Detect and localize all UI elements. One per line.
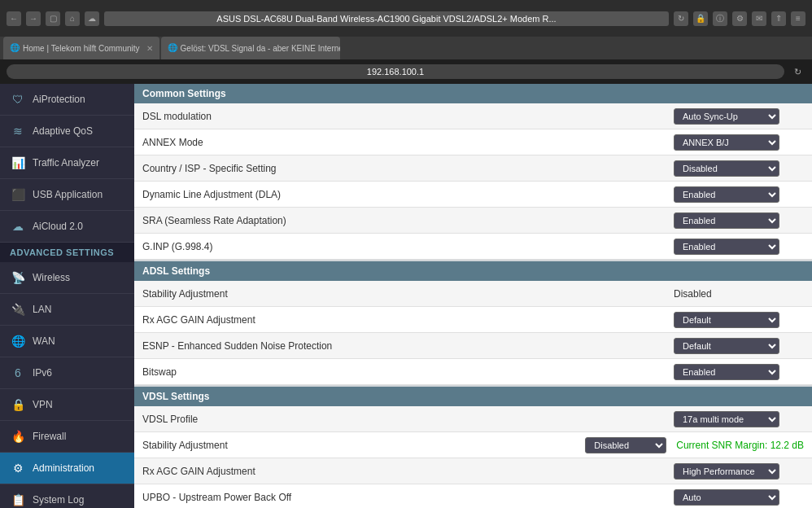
- row-vdsl-stability: Stability Adjustment Disabled Current SN…: [134, 432, 812, 458]
- sidebar-item-traffic-analyzer[interactable]: 📊 Traffic Analyzer: [0, 147, 134, 179]
- sidebar-label-wireless: Wireless: [33, 272, 70, 283]
- sidebar-item-administration[interactable]: ⚙ Administration: [0, 453, 134, 484]
- sidebar-label-adaptive-qos: Adaptive QoS: [33, 125, 93, 137]
- sidebar-item-lan[interactable]: 🔌 LAN: [0, 294, 134, 326]
- tab-bar: 🌐 Home | Telekom hilft Community ✕ 🌐 Gel…: [0, 37, 812, 59]
- advanced-settings-header: Advanced Settings: [0, 243, 134, 262]
- row-adsl-stability: Stability Adjustment Disabled: [134, 281, 812, 307]
- label-vdsl-stability: Stability Adjustment: [142, 440, 585, 451]
- sidebar-item-wireless[interactable]: 📡 Wireless: [0, 262, 134, 294]
- sidebar-item-firewall[interactable]: 🔥 Firewall: [0, 421, 134, 453]
- sidebar-item-system-log[interactable]: 📋 System Log: [0, 484, 134, 508]
- ipv6-icon: 6: [10, 365, 26, 381]
- select-vdsl-profile[interactable]: 17a multi mode: [674, 411, 779, 427]
- url-input[interactable]: [7, 64, 784, 79]
- browser-chrome: ← → ▢ ⌂ ☁ ASUS DSL-AC68U Dual-Band Wirel…: [0, 0, 812, 37]
- sidebar-item-aiprotection[interactable]: 🛡 AiProtection: [0, 84, 134, 116]
- reload-url-button[interactable]: ↻: [789, 64, 805, 80]
- sidebar-label-usb-application: USB Application: [33, 189, 103, 200]
- value-adsl-esnp: Default: [674, 338, 804, 354]
- tab-1[interactable]: 🌐 Home | Telekom hilft Community ✕: [3, 37, 159, 59]
- adsl-settings-section: ADSL Settings Stability Adjustment Disab…: [134, 261, 812, 385]
- url-bar: ↻: [0, 59, 812, 84]
- adsl-settings-header: ADSL Settings: [134, 261, 812, 281]
- label-sra: SRA (Seamless Rate Adaptation): [142, 215, 674, 226]
- forward-button[interactable]: →: [26, 11, 41, 26]
- value-adsl-bitswap: Enabled: [674, 364, 804, 380]
- row-adsl-rx-agc: Rx AGC GAIN Adjustment Default: [134, 307, 812, 333]
- info-button[interactable]: ⓘ: [713, 11, 727, 26]
- label-adsl-stability: Stability Adjustment: [142, 288, 674, 300]
- label-annex-mode: ANNEX Mode: [142, 137, 674, 148]
- row-vdsl-profile: VDSL Profile 17a multi mode: [134, 406, 812, 432]
- sidebar-label-wan: WAN: [33, 335, 55, 347]
- shield-icon: 🔒: [693, 11, 708, 26]
- row-upbo: UPBO - Upstream Power Back Off Auto: [134, 484, 812, 508]
- reload-button[interactable]: ↻: [674, 11, 688, 26]
- sidebar-label-ipv6: IPv6: [33, 367, 52, 379]
- select-vdsl-rx-agc[interactable]: High Performance: [674, 463, 779, 480]
- select-adsl-rx-agc[interactable]: Default: [674, 312, 779, 328]
- select-upbo[interactable]: Auto: [674, 489, 779, 506]
- tab-1-icon: 🌐: [10, 43, 20, 53]
- sidebar: 🛡 AiProtection ≋ Adaptive QoS 📊 Traffic …: [0, 84, 134, 508]
- share-button[interactable]: ⇑: [771, 11, 786, 26]
- sidebar-label-aiprotection: AiProtection: [33, 94, 85, 105]
- sidebar-item-aicloud[interactable]: ☁ AiCloud 2.0: [0, 211, 134, 243]
- tab-1-close[interactable]: ✕: [146, 44, 153, 53]
- cloud-button[interactable]: ☁: [85, 11, 99, 26]
- row-dla: Dynamic Line Adjustment (DLA) Enabled: [134, 182, 812, 208]
- value-annex-mode: ANNEX B/J: [674, 134, 804, 151]
- tab-button[interactable]: ▢: [46, 11, 60, 26]
- sidebar-label-system-log: System Log: [33, 494, 84, 506]
- usb-application-icon: ⬛: [10, 186, 26, 203]
- extension-button[interactable]: ⚙: [732, 11, 747, 26]
- system-log-icon: 📋: [10, 492, 26, 508]
- select-dla[interactable]: Enabled: [674, 186, 779, 203]
- select-adsl-esnp[interactable]: Default: [674, 338, 779, 354]
- sidebar-label-firewall: Firewall: [33, 431, 66, 442]
- label-vdsl-profile: VDSL Profile: [142, 414, 674, 425]
- select-dsl-modulation[interactable]: Auto Sync-Up: [674, 108, 779, 125]
- home-button[interactable]: ⌂: [65, 11, 80, 26]
- label-upbo: UPBO - Upstream Power Back Off: [142, 492, 674, 503]
- label-adsl-esnp: ESNP - Enhanced Sudden Noise Protection: [142, 340, 674, 352]
- select-ginp[interactable]: Enabled: [674, 239, 779, 255]
- tab-2[interactable]: 🌐 Gelöst: VDSL Signal da - aber KEINE In…: [161, 37, 340, 59]
- sidebar-item-ipv6[interactable]: 6 IPv6: [0, 357, 134, 389]
- label-vdsl-rx-agc: Rx AGC GAIN Adjustment: [142, 466, 674, 477]
- select-adsl-bitswap[interactable]: Enabled: [674, 364, 779, 380]
- sidebar-item-vpn[interactable]: 🔒 VPN: [0, 389, 134, 421]
- common-settings-header: Common Settings: [134, 84, 812, 103]
- back-button[interactable]: ←: [7, 11, 21, 26]
- adaptive-qos-icon: ≋: [10, 123, 26, 139]
- sidebar-item-wan[interactable]: 🌐 WAN: [0, 326, 134, 357]
- common-settings-section: Common Settings DSL modulation Auto Sync…: [134, 84, 812, 260]
- vdsl-settings-section: VDSL Settings VDSL Profile 17a multi mod…: [134, 387, 812, 508]
- tab-2-label: Gelöst: VDSL Signal da - aber KEINE Inte…: [181, 44, 340, 53]
- vdsl-settings-header: VDSL Settings: [134, 387, 812, 406]
- sidebar-item-usb-application[interactable]: ⬛ USB Application: [0, 179, 134, 211]
- select-annex-mode[interactable]: ANNEX B/J: [674, 134, 779, 151]
- value-adsl-stability: Disabled: [674, 288, 804, 300]
- tab-1-label: Home | Telekom hilft Community: [23, 44, 140, 53]
- label-dla: Dynamic Line Adjustment (DLA): [142, 189, 674, 200]
- sidebar-label-aicloud: AiCloud 2.0: [33, 221, 83, 232]
- sidebar-label-administration: Administration: [33, 462, 94, 474]
- select-sra[interactable]: Enabled: [674, 212, 779, 229]
- value-upbo: Auto: [674, 489, 804, 506]
- mail-button[interactable]: ✉: [752, 11, 766, 26]
- select-vdsl-stability[interactable]: Disabled: [585, 437, 666, 453]
- value-vdsl-stability: Disabled Current SNR Margin: 12.2 dB: [585, 437, 804, 453]
- row-adsl-bitswap: Bitswap Enabled: [134, 359, 812, 385]
- sidebar-item-adaptive-qos[interactable]: ≋ Adaptive QoS: [0, 116, 134, 147]
- select-country-isp[interactable]: Disabled: [674, 160, 779, 177]
- sidebar-label-vpn: VPN: [33, 399, 53, 410]
- more-button[interactable]: ≡: [791, 11, 805, 26]
- lan-icon: 🔌: [10, 301, 26, 318]
- value-vdsl-profile: 17a multi mode: [674, 411, 804, 427]
- sidebar-label-lan: LAN: [33, 304, 51, 315]
- sidebar-label-traffic-analyzer: Traffic Analyzer: [33, 157, 99, 169]
- row-sra: SRA (Seamless Rate Adaptation) Enabled: [134, 208, 812, 234]
- aicloud-icon: ☁: [10, 218, 26, 234]
